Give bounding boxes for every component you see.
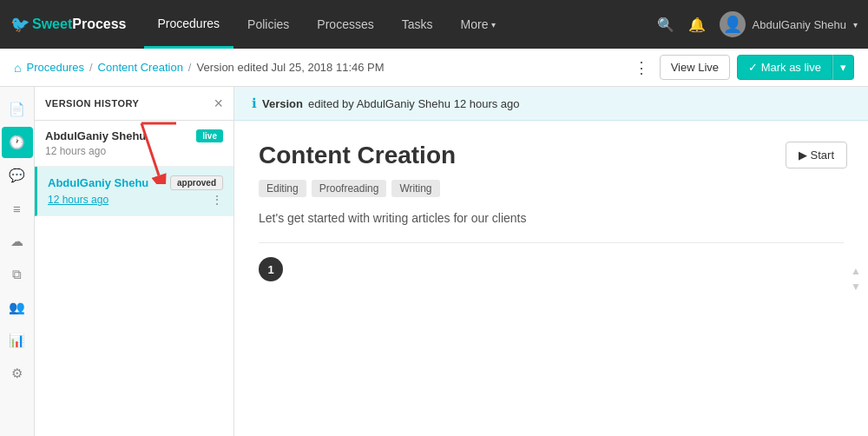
version-user-2: AbdulGaniy Shehu — [48, 176, 148, 189]
sidebar-item-clock[interactable]: 🕐 — [2, 127, 33, 158]
logo-area[interactable]: 🐦 Sweet Process — [10, 15, 127, 34]
view-live-button[interactable]: View Live — [660, 55, 730, 80]
three-dots-button[interactable]: ⋮ — [630, 55, 653, 81]
version-panel-close-button[interactable]: × — [214, 96, 223, 111]
sidebar-item-document[interactable]: 📄 — [2, 94, 33, 125]
version-banner-bold: Version — [262, 97, 303, 110]
version-user-1: AbdulGaniy Shehu — [45, 129, 146, 142]
logo-bird-icon: 🐦 — [10, 15, 30, 34]
scroll-down-icon[interactable]: ▼ — [851, 281, 861, 293]
version-history-panel: VERSION HISTORY × AbdulGaniy Shehu live … — [35, 87, 234, 436]
tag-list: Editing Proofreading Writing — [259, 180, 844, 197]
version-banner: ℹ Version edited by AbdulGaniy Shehu 12 … — [234, 87, 868, 121]
breadcrumb-sep1: / — [89, 61, 93, 74]
breadcrumb: ⌂ Procedures / Content Creation / Versio… — [14, 61, 630, 75]
sidebar-item-chart[interactable]: 📊 — [2, 325, 33, 356]
user-name: AbdulGaniy Shehu — [753, 18, 846, 31]
home-icon: ⌂ — [14, 61, 21, 75]
sidebar-item-copy[interactable]: ⧉ — [2, 259, 33, 290]
tag-proofreading: Proofreading — [312, 180, 387, 197]
logo-process: Process — [72, 17, 126, 32]
approved-badge: approved — [170, 175, 223, 190]
sidebar-item-list[interactable]: ≡ — [2, 193, 33, 224]
version-item-2[interactable]: AbdulGaniy Shehu approved 12 hours ago ⋮ — [35, 167, 233, 216]
nav-item-procedures[interactable]: Procedures — [144, 0, 234, 49]
scroll-indicator: ▲ ▼ — [851, 265, 861, 293]
nav-item-processes[interactable]: Processes — [303, 0, 387, 49]
live-badge: live — [196, 129, 223, 142]
mark-as-live-button[interactable]: ✓ Mark as live — [737, 55, 832, 80]
user-chevron-icon: ▾ — [853, 20, 858, 30]
breadcrumb-bar: ⌂ Procedures / Content Creation / Versio… — [0, 49, 868, 87]
tag-writing: Writing — [391, 180, 439, 197]
version-item-1[interactable]: AbdulGaniy Shehu live 12 hours ago — [35, 121, 233, 167]
scroll-up-icon[interactable]: ▲ — [851, 265, 861, 277]
version-time-1: 12 hours ago — [45, 145, 223, 157]
breadcrumb-actions: ⋮ View Live ✓ Mark as live ▾ — [630, 55, 854, 81]
start-button[interactable]: ▶ Start — [786, 142, 847, 168]
breadcrumb-content-creation-link[interactable]: Content Creation — [98, 61, 183, 74]
top-nav: 🐦 Sweet Process Procedures Policies Proc… — [0, 0, 868, 49]
sidebar-item-settings[interactable]: ⚙ — [2, 358, 33, 389]
mark-live-group: ✓ Mark as live ▾ — [737, 55, 854, 80]
nav-item-more[interactable]: More ▾ — [447, 0, 510, 49]
user-avatar: 👤 — [720, 11, 746, 37]
nav-right: 🔍 🔔 👤 AbdulGaniy Shehu ▾ — [657, 11, 858, 37]
mark-live-dropdown-button[interactable]: ▾ — [832, 55, 854, 80]
breadcrumb-procedures-link[interactable]: Procedures — [26, 61, 83, 74]
step-number-1: 1 — [259, 257, 283, 281]
version-item-menu-button[interactable]: ⋮ — [211, 193, 223, 207]
content-title: Content Creation — [259, 142, 844, 169]
nav-item-tasks[interactable]: Tasks — [388, 0, 447, 49]
sidebar-item-group[interactable]: 👥 — [2, 292, 33, 323]
info-icon: ℹ — [252, 96, 257, 111]
logo-sweet: Sweet — [32, 17, 72, 32]
version-time-2[interactable]: 12 hours ago — [48, 194, 108, 206]
version-panel-header: VERSION HISTORY × — [35, 87, 233, 121]
nav-item-policies[interactable]: Policies — [233, 0, 303, 49]
sidebar-item-chat[interactable]: 💬 — [2, 160, 33, 191]
bell-icon[interactable]: 🔔 — [688, 17, 706, 33]
content-area: ℹ Version edited by AbdulGaniy Shehu 12 … — [234, 87, 868, 436]
more-chevron-icon: ▾ — [491, 20, 496, 30]
tag-editing: Editing — [259, 180, 306, 197]
main-layout: 📄 🕐 💬 ≡ ☁ ⧉ 👥 📊 ⚙ VERSION HISTORY × Abdu… — [0, 87, 868, 436]
breadcrumb-sep2: / — [188, 61, 192, 74]
version-banner-text: edited by AbdulGaniy Shehu 12 hours ago — [308, 97, 520, 110]
icon-sidebar: 📄 🕐 💬 ≡ ☁ ⧉ 👥 📊 ⚙ — [0, 87, 35, 436]
nav-items: Procedures Policies Processes Tasks More… — [144, 0, 657, 49]
version-list: AbdulGaniy Shehu live 12 hours ago Abdul… — [35, 121, 233, 436]
search-icon[interactable]: 🔍 — [657, 17, 674, 33]
content-description: Let's get started with writing articles … — [259, 211, 844, 225]
sidebar-item-upload[interactable]: ☁ — [2, 226, 33, 257]
breadcrumb-current: Version edited Jul 25, 2018 11:46 PM — [196, 61, 384, 74]
version-panel-title: VERSION HISTORY — [45, 98, 139, 109]
content-step-1: 1 — [259, 242, 844, 281]
content-body: ▶ Start Content Creation Editing Proofre… — [234, 121, 868, 436]
user-area[interactable]: 👤 AbdulGaniy Shehu ▾ — [720, 11, 858, 37]
